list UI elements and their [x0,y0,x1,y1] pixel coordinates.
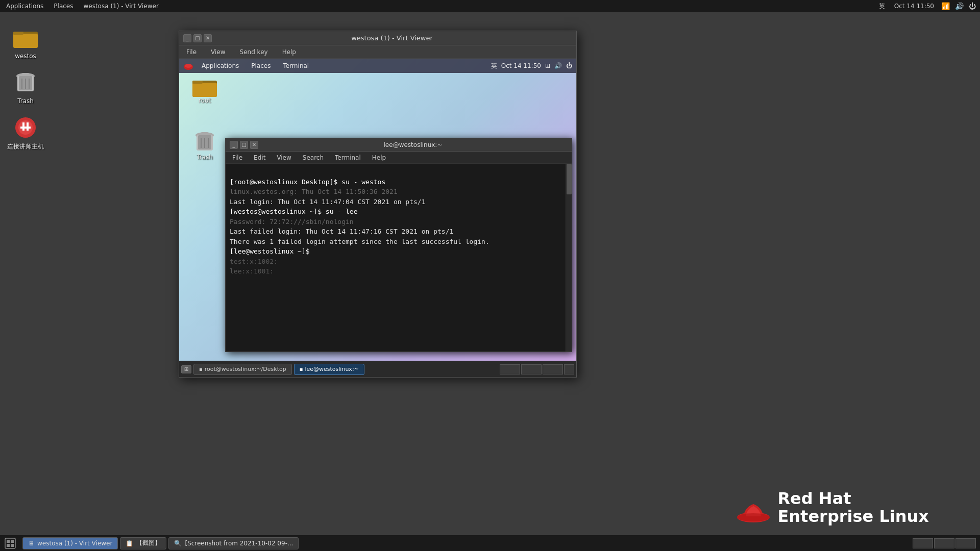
redhat-text-block: Red Hat Enterprise Linux [777,490,929,525]
terminal-menu-terminal[interactable]: Terminal [332,154,363,162]
terminal-menu-file[interactable]: File [230,154,245,162]
terminal-maximize-btn[interactable]: □ [240,141,248,149]
trash-icon [13,70,38,95]
redhat-logo-small [183,61,193,71]
terminal-scrollbar[interactable] [566,164,572,352]
virt-trash-label: Trash [197,154,213,161]
taskbar-virt-label: westosa (1) - Virt Viewer [37,540,112,547]
svg-rect-26 [201,132,208,135]
terminal-body[interactable]: [root@westoslinux Desktop]$ su - westos … [226,164,572,352]
terminal-scroll-thumb[interactable] [567,164,572,194]
virt-window-title: westosa (1) - Virt Viewer [212,34,572,42]
redhat-line2: Enterprise Linux [777,508,929,525]
svg-rect-18 [192,83,217,97]
taskbar-screenshot-label: [Screenshot from 2021-10-02 09-... [185,540,293,547]
redhat-logo-container: Red Hat Enterprise Linux [736,490,929,525]
power-icon[interactable]: ⏻ [969,2,976,10]
datetime: Oct 14 11:50 [892,3,936,10]
taskbar-left [0,537,18,549]
virt-menu-view[interactable]: View [208,47,228,57]
terminal-menu-view[interactable]: View [274,154,293,162]
virt-minimize-btn[interactable]: _ [183,34,191,42]
redhat-logo: Red Hat Enterprise Linux [736,490,929,525]
virt-titlebar: _ □ ✕ westosa (1) - Virt Viewer [179,31,576,45]
taskbar-app-virt[interactable]: 🖥 westosa (1) - Virt Viewer [22,537,118,549]
virt-tab-lee-icon: ▪ [300,366,303,372]
virt-layout-btn[interactable]: ⊞ [181,365,191,373]
taskbar-screenshot-icon: 🔍 [174,540,182,547]
virt-sound-icon: 🔊 [554,62,562,69]
terminal-title: lee@westoslinux:~ [258,141,568,148]
terminal-titlebar: _ □ ✕ lee@westoslinux:~ [226,138,572,152]
taskbar-jietu-icon: 📋 [126,540,133,547]
virt-inner-terminal[interactable]: Terminal [279,61,313,70]
svg-rect-2 [13,32,23,35]
terminal-menu-search[interactable]: Search [300,154,326,162]
svg-rect-30 [7,540,10,543]
virt-tab-lee[interactable]: ▪ lee@westoslinux:~ [294,364,364,375]
virt-tab-buttons [500,364,574,374]
terminal-minimize-btn[interactable]: _ [230,141,238,149]
redhat-hat-icon [736,493,771,525]
virt-network-icon: ⊞ [545,62,550,69]
taskbar-btn-2[interactable] [934,538,954,548]
virt-tab-root[interactable]: ▪ root@westoslinux:~/Desktop [193,364,292,375]
desktop-icon-trash[interactable]: Trash [5,70,46,105]
virt-bottom-bar: ⊞ ▪ root@westoslinux:~/Desktop ▪ lee@wes… [179,361,576,377]
virt-inner-places[interactable]: Places [247,61,275,70]
svg-rect-33 [11,544,14,547]
applications-menu[interactable]: Applications [4,3,45,10]
virt-menubar: File View Send key Help [179,45,576,59]
virt-maximize-btn[interactable]: □ [193,34,202,42]
virt-tab-root-icon: ▪ [199,366,203,372]
virt-datetime: Oct 14 11:50 [501,62,541,69]
connect-icon [13,115,38,140]
places-menu[interactable]: Places [52,3,75,10]
sound-icon[interactable]: 🔊 [955,2,964,10]
virt-power-icon[interactable]: ⏻ [566,62,572,69]
redhat-line1: Red Hat [777,490,929,508]
lang-indicator[interactable]: 英 [877,2,887,11]
virt-menu-help[interactable]: Help [279,47,299,57]
taskbar-btn-3[interactable] [955,538,976,548]
virt-tab-root-label: root@westoslinux:~/Desktop [205,366,286,372]
virt-menu-file[interactable]: File [183,47,200,57]
svg-rect-14 [20,127,31,129]
trash-label: Trash [15,97,36,105]
virt-trash-img [194,130,215,154]
terminal-window-controls: _ □ ✕ [230,141,258,149]
virt-lang[interactable]: 英 [491,62,497,70]
virt-root-icon[interactable]: root [187,77,223,104]
network-icon[interactable]: 📶 [941,2,950,10]
virt-tab-lee-label: lee@westoslinux:~ [305,366,358,372]
taskbar-btn-1[interactable] [913,538,933,548]
virt-trash-icon[interactable]: Trash [187,130,223,161]
desktop: Applications Places westosa (1) - Virt V… [0,0,980,551]
taskbar-show-desktop[interactable] [4,537,16,549]
window-title-bar: westosa (1) - Virt Viewer [81,3,160,10]
folder-icon [13,26,38,50]
terminal-menu-edit[interactable]: Edit [251,154,268,162]
taskbar-virt-icon: 🖥 [28,540,34,547]
virt-tab-btn-3[interactable] [543,364,563,374]
svg-point-16 [185,64,192,68]
svg-rect-32 [7,544,10,547]
virt-close-btn[interactable]: ✕ [204,34,212,42]
virt-menu-sendkey[interactable]: Send key [237,47,271,57]
taskbar-apps: 🖥 westosa (1) - Virt Viewer 📋 【截图】 🔍 [Sc… [18,537,303,549]
system-bar: Applications Places westosa (1) - Virt V… [0,0,980,12]
svg-rect-1 [13,34,38,48]
virt-inner-applications[interactable]: Applications [198,61,243,70]
desktop-icon-connect[interactable]: 连接讲师主机 [5,115,46,152]
desktop-icon-area: westos Trash [0,15,51,162]
virt-resize-btn[interactable] [564,364,574,374]
terminal-close-btn[interactable]: ✕ [250,141,258,149]
desktop-icon-westos[interactable]: westos [5,26,46,60]
taskbar-jietu-label: 【截图】 [136,539,161,547]
svg-point-28 [737,513,770,521]
virt-tab-btn-2[interactable] [521,364,542,374]
taskbar-app-screenshot[interactable]: 🔍 [Screenshot from 2021-10-02 09-... [168,537,299,549]
virt-tab-btn-1[interactable] [500,364,520,374]
taskbar-app-jietu[interactable]: 📋 【截图】 [120,537,166,549]
terminal-menu-help[interactable]: Help [370,154,388,162]
